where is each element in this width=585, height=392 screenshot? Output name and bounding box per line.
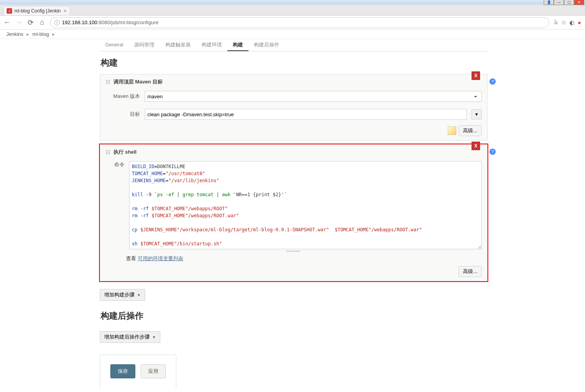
home-button[interactable]: ⌂ — [37, 17, 48, 28]
url-bar[interactable]: i 192.168.10.100:8080/job/ml-blog/config… — [50, 17, 549, 28]
look-prefix: 查看 — [126, 255, 138, 261]
reload-button[interactable]: ⟳ — [25, 17, 36, 28]
tab-triggers[interactable]: 构建触发器 — [160, 39, 196, 51]
window-maximize[interactable]: ▢ — [564, 0, 574, 5]
menu-icon[interactable]: ● — [578, 19, 581, 26]
save-area: 保存 应用 — [100, 355, 176, 388]
browser-tab[interactable]: J ml-blog Config [Jenkin × — [3, 6, 70, 15]
translate-icon[interactable]: ⠷ — [554, 19, 558, 26]
window-user-icon[interactable]: 👤 — [544, 0, 554, 5]
back-button[interactable]: ← — [2, 17, 12, 28]
breadcrumb: Jenkins ▸ ml-blog ▸ — [0, 30, 585, 39]
expand-button[interactable]: ▼ — [472, 109, 482, 119]
window-titlebar: 👤 — ▢ ✕ — [0, 0, 585, 5]
tab-general[interactable]: General — [100, 39, 129, 51]
tab-env[interactable]: 构建环境 — [196, 39, 227, 51]
section-title-postbuild: 构建后操作 — [100, 305, 488, 327]
save-button[interactable]: 保存 — [110, 364, 135, 378]
env-vars-link[interactable]: 可用的环境变量列表 — [138, 255, 183, 261]
shell-build-step: X ? 执行 shell 命令 BUILD_ID=DONTKILLME TOMC… — [100, 144, 488, 281]
breadcrumb-sep: ▸ — [52, 31, 55, 37]
site-info-icon[interactable]: i — [54, 20, 60, 25]
drag-handle-icon[interactable] — [106, 150, 110, 154]
window-close[interactable]: ✕ — [574, 0, 584, 5]
tab-scm[interactable]: 源码管理 — [129, 39, 160, 51]
maven-goals-label: 目标 — [113, 111, 140, 118]
maven-version-select[interactable]: maven — [145, 91, 482, 102]
advanced-button[interactable]: 高级... — [459, 125, 482, 136]
add-postbuild-step-button[interactable]: 增加构建后操作步骤▼ — [100, 331, 160, 343]
block-title: 调用顶层 Maven 目标 — [113, 78, 163, 85]
tab-title: ml-blog Config [Jenkin — [14, 8, 61, 14]
breadcrumb-jenkins[interactable]: Jenkins — [6, 31, 23, 37]
jenkins-favicon: J — [7, 8, 12, 14]
maven-version-label: Maven 版本 — [113, 93, 140, 100]
add-build-step-button[interactable]: 增加构建步骤▼ — [100, 289, 145, 301]
maven-build-step: X ? 调用顶层 Maven 目标 Maven 版本 maven 目标 ▼ 高级… — [100, 74, 488, 140]
maven-goals-input[interactable] — [145, 109, 467, 120]
chevron-down-icon: ▼ — [152, 335, 156, 339]
browser-toolbar: ← → ⟳ ⌂ i 192.168.10.100:8080/job/ml-blo… — [0, 16, 585, 30]
window-minimize[interactable]: — — [554, 0, 564, 5]
config-tabs: General 源码管理 构建触发器 构建环境 构建 构建后操作 — [100, 39, 488, 51]
tab-close-icon[interactable]: × — [64, 8, 67, 14]
breadcrumb-job[interactable]: ml-blog — [32, 31, 49, 37]
notepad-icon[interactable] — [448, 126, 456, 135]
apply-button[interactable]: 应用 — [141, 364, 166, 378]
help-icon[interactable]: ? — [489, 78, 496, 85]
help-icon[interactable]: ? — [489, 149, 496, 155]
tab-postbuild[interactable]: 构建后操作 — [248, 39, 285, 51]
browser-tab-strip: J ml-blog Config [Jenkin × — [0, 5, 585, 16]
tab-build[interactable]: 构建 — [227, 39, 248, 51]
chevron-down-icon: ▼ — [137, 293, 141, 297]
shell-command-textarea[interactable]: BUILD_ID=DONTKILLME TOMCAT_HOME="/usr/to… — [129, 161, 482, 249]
shell-cmd-label: 命令 — [113, 161, 124, 168]
breadcrumb-sep: ▸ — [27, 31, 29, 37]
bookmark-star-icon[interactable]: ☆ — [561, 19, 566, 26]
url-text: 192.168.10.100:8080/job/ml-blog/configur… — [62, 20, 545, 25]
extension-icon[interactable]: ◐ — [569, 19, 574, 26]
section-title-build: 构建 — [100, 51, 488, 74]
delete-step-button[interactable]: X — [472, 71, 480, 80]
block-title: 执行 shell — [113, 149, 136, 156]
drag-handle-icon[interactable] — [106, 80, 110, 84]
delete-step-button[interactable]: X — [472, 142, 480, 150]
advanced-button[interactable]: 高级... — [459, 266, 482, 277]
forward-button[interactable]: → — [13, 17, 24, 28]
